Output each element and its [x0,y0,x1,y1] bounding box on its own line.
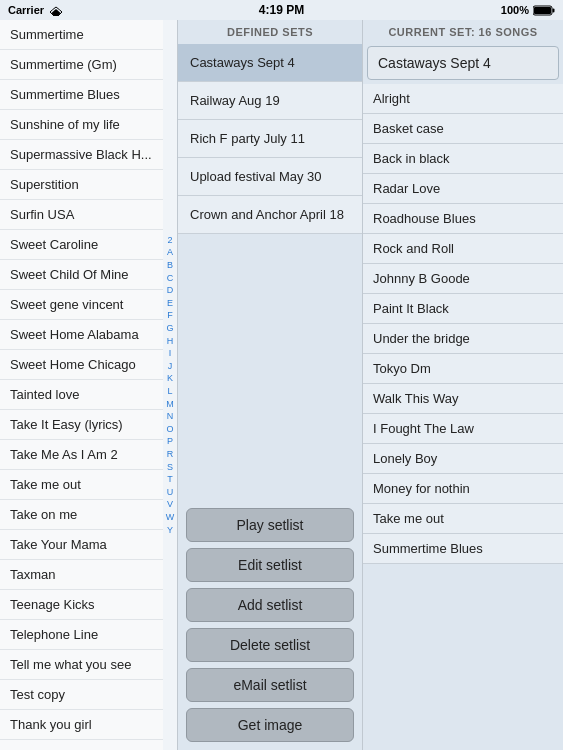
current-song-item[interactable]: Lonely Boy [363,444,563,474]
list-item[interactable]: Summertime Blues [0,80,163,110]
set-item[interactable]: Upload festival May 30 [178,158,362,196]
alpha-index-letter[interactable]: O [166,423,173,436]
action-button-email-setlist[interactable]: eMail setlist [186,668,354,702]
list-item[interactable]: Thank you girl [0,710,163,740]
alpha-index-letter[interactable]: E [167,297,173,310]
alpha-index-letter[interactable]: F [167,309,173,322]
current-song-item[interactable]: Summertime Blues [363,534,563,564]
list-item[interactable]: Telephone Line [0,620,163,650]
alpha-index-letter[interactable]: J [168,360,173,373]
status-time: 4:19 PM [259,3,304,17]
alpha-index-letter[interactable]: K [167,372,173,385]
list-item[interactable]: Sweet Child Of Mine [0,260,163,290]
current-set-header: CURRENT SET: 16 SONGS [363,20,563,44]
set-item[interactable]: Castaways Sept 4 [178,44,362,82]
alpha-index-letter[interactable]: A [167,246,173,259]
alpha-index-letter[interactable]: G [166,322,173,335]
action-button-play-setlist[interactable]: Play setlist [186,508,354,542]
list-item[interactable]: Summertime [0,20,163,50]
alpha-index-letter[interactable]: Y [167,524,173,537]
status-bar: Carrier 4:19 PM 100% [0,0,563,20]
status-carrier: Carrier [8,4,64,16]
battery-icon [533,5,555,16]
current-song-item[interactable]: Tokyo Dm [363,354,563,384]
list-item[interactable]: Test copy [0,680,163,710]
sets-buttons: Play setlistEdit setlistAdd setlistDelet… [178,500,362,750]
list-item[interactable]: Take It Easy (lyrics) [0,410,163,440]
list-item[interactable]: Sweet gene vincent [0,290,163,320]
alpha-index-letter[interactable]: M [166,398,174,411]
alpha-index-letter[interactable]: P [167,435,173,448]
action-button-delete-setlist[interactable]: Delete setlist [186,628,354,662]
alpha-index-letter[interactable]: D [167,284,174,297]
list-item[interactable]: Take me out [0,470,163,500]
list-item[interactable]: Take Me As I Am 2 [0,440,163,470]
alpha-index-letter[interactable]: T [167,473,173,486]
list-item[interactable]: Sweet Home Chicago [0,350,163,380]
alpha-index-letter[interactable]: V [167,498,173,511]
list-item[interactable]: Summertime (Gm) [0,50,163,80]
app-container: SummertimeSummertime (Gm)Summertime Blue… [0,20,563,750]
alpha-index-letter[interactable]: L [167,385,172,398]
current-song-item[interactable]: Rock and Roll [363,234,563,264]
current-set-list[interactable]: AlrightBasket caseBack in blackRadar Lov… [363,84,563,750]
wifi-icon [48,5,64,16]
alpha-index-letter[interactable]: W [166,511,175,524]
current-song-item[interactable]: Paint It Black [363,294,563,324]
list-item[interactable]: Taxman [0,560,163,590]
current-song-item[interactable]: Take me out [363,504,563,534]
current-song-item[interactable]: Radar Love [363,174,563,204]
alpha-index-letter[interactable]: N [167,410,174,423]
list-item[interactable]: Surfin USA [0,200,163,230]
current-song-item[interactable]: Alright [363,84,563,114]
status-battery-area: 100% [501,4,555,16]
current-song-item[interactable]: Walk This Way [363,384,563,414]
carrier-text: Carrier [8,4,44,16]
song-list-scroll[interactable]: SummertimeSummertime (Gm)Summertime Blue… [0,20,163,750]
list-item[interactable]: Tainted love [0,380,163,410]
list-item[interactable]: That's not my name [0,740,163,750]
current-set-title: Castaways Sept 4 [367,46,559,80]
current-set-panel: CURRENT SET: 16 SONGS Castaways Sept 4 A… [363,20,563,750]
list-item[interactable]: Sweet Home Alabama [0,320,163,350]
list-item[interactable]: Sweet Caroline [0,230,163,260]
current-song-item[interactable]: Money for nothin [363,474,563,504]
alpha-index-letter[interactable]: U [167,486,174,499]
list-item[interactable]: Take Your Mama [0,530,163,560]
list-item[interactable]: Teenage Kicks [0,590,163,620]
list-item[interactable]: Tell me what you see [0,650,163,680]
current-song-item[interactable]: Johnny B Goode [363,264,563,294]
alpha-index-letter[interactable]: B [167,259,173,272]
alpha-index[interactable]: 2ABCDEFGHIJKLMNOPRSTUVWY [163,20,177,750]
svg-rect-1 [553,8,555,12]
alpha-index-letter[interactable]: I [169,347,172,360]
action-button-add-setlist[interactable]: Add setlist [186,588,354,622]
list-item[interactable]: Supermassive Black H... [0,140,163,170]
current-song-item[interactable]: Back in black [363,144,563,174]
list-item[interactable]: Superstition [0,170,163,200]
defined-sets-panel: DEFINED SETS Castaways Sept 4Railway Aug… [178,20,363,750]
song-list-panel: SummertimeSummertime (Gm)Summertime Blue… [0,20,178,750]
current-song-item[interactable]: Basket case [363,114,563,144]
action-button-edit-setlist[interactable]: Edit setlist [186,548,354,582]
set-item[interactable]: Crown and Anchor April 18 [178,196,362,234]
battery-percent: 100% [501,4,529,16]
action-button-get-image[interactable]: Get image [186,708,354,742]
alpha-index-letter[interactable]: S [167,461,173,474]
current-song-item[interactable]: Roadhouse Blues [363,204,563,234]
list-item[interactable]: Take on me [0,500,163,530]
alpha-index-letter[interactable]: 2 [167,234,172,247]
alpha-index-letter[interactable]: C [167,272,174,285]
current-song-item[interactable]: Under the bridge [363,324,563,354]
defined-sets-header: DEFINED SETS [178,20,362,44]
set-item[interactable]: Rich F party July 11 [178,120,362,158]
sets-list[interactable]: Castaways Sept 4Railway Aug 19Rich F par… [178,44,362,500]
list-item[interactable]: Sunshine of my life [0,110,163,140]
alpha-index-letter[interactable]: H [167,335,174,348]
alpha-index-letter[interactable]: R [167,448,174,461]
svg-rect-2 [534,7,551,14]
current-song-item[interactable]: I Fought The Law [363,414,563,444]
set-item[interactable]: Railway Aug 19 [178,82,362,120]
